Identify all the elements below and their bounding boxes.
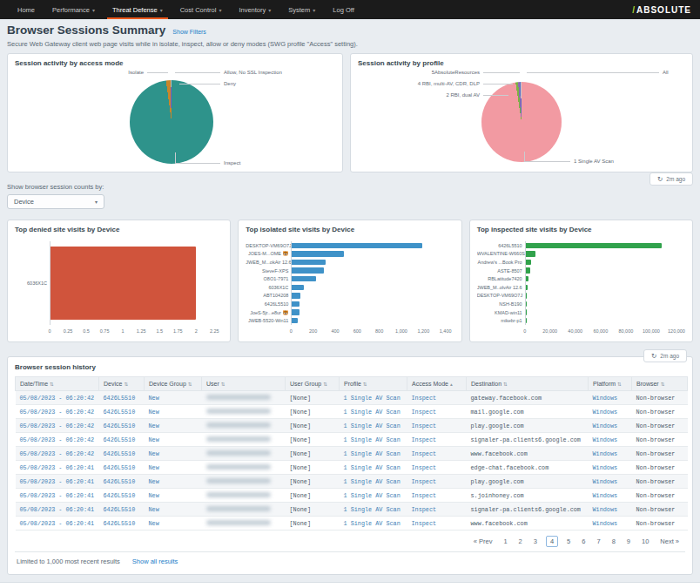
pagination-page-4[interactable]: 4 <box>546 536 558 547</box>
cell-datetime: 05/08/2023 - 06:20:41 <box>16 475 99 489</box>
cell-platform: Windows <box>589 503 632 517</box>
bar-category-label: DESKTOP-VM69O7J <box>477 293 525 298</box>
cell-platform: Windows <box>589 419 632 433</box>
x-tick-label: 120,000 <box>668 328 685 334</box>
bar-category-label: JWEB-5520-Win11 <box>246 318 291 323</box>
bar-track <box>291 308 445 317</box>
bar-row: 6036X1C <box>15 241 214 325</box>
pagination-page-1[interactable]: 1 <box>501 537 509 546</box>
pagination-page-6[interactable]: 6 <box>579 537 588 546</box>
bar-row: JOES-M...OME 🐯 <box>246 250 445 259</box>
pagination-page-9[interactable]: 9 <box>624 537 633 546</box>
limit-note: Limited to 1,000 most recent results <box>17 558 120 565</box>
bar-category-label: ASTE-8507 <box>477 268 525 274</box>
cell-device: 6426L5510 <box>99 433 145 447</box>
chevron-down-icon: ▾ <box>268 7 271 13</box>
cell-user_group: [None] <box>286 447 340 461</box>
column-header-profile[interactable]: Profile⇅ <box>340 377 407 391</box>
column-header-platform[interactable]: Platform⇅ <box>589 377 632 391</box>
cell-access_mode: Inspect <box>407 419 467 433</box>
bar-category-label: Andrew's ...Book Pro <box>477 260 525 265</box>
pagination-prev[interactable]: « Prev <box>471 537 495 546</box>
sort-icon: ⇅ <box>124 382 128 387</box>
cell-user <box>202 489 286 503</box>
cell-device_group: New <box>145 517 202 531</box>
nav-item-threat-defense[interactable]: Threat Defense▾ <box>104 0 172 19</box>
nav-item-home[interactable]: Home <box>9 0 44 19</box>
refresh-status-pies[interactable]: ↻ 2m ago <box>650 172 693 186</box>
bar-row: ASTE-8507 <box>477 267 676 275</box>
column-header-browser[interactable]: Browser⇅ <box>632 377 688 391</box>
nav-item-label: Performance <box>52 6 90 14</box>
cell-destination: www.facebook.com <box>467 447 589 461</box>
user-redacted <box>206 464 271 470</box>
cell-profile: 1 Single AV Scan <box>340 447 407 461</box>
sort-icon: ⇅ <box>363 382 367 387</box>
logo-slash-icon: / <box>632 5 636 15</box>
cell-access_mode: Inspect <box>407 503 467 517</box>
cell-device_group: New <box>145 461 202 475</box>
cell-device_group: New <box>145 419 202 433</box>
cell-datetime: 05/08/2023 - 06:20:41 <box>16 489 99 503</box>
pagination-next[interactable]: Next » <box>657 537 682 546</box>
refresh-status-table[interactable]: ↻ 2m ago <box>643 349 687 362</box>
nav-item-system[interactable]: System▾ <box>279 0 324 19</box>
cell-profile: 1 Single AV Scan <box>340 503 407 517</box>
nav-item-performance[interactable]: Performance▾ <box>44 0 104 19</box>
bar <box>526 318 527 324</box>
cell-device: 6426L5510 <box>99 503 145 517</box>
bar-row: 6426L5510 <box>477 241 676 250</box>
bar <box>526 276 528 282</box>
column-header-user[interactable]: User⇅ <box>202 377 286 391</box>
chevron-down-icon: ▾ <box>313 7 315 13</box>
logo-text: ABSOLUTE <box>636 5 691 15</box>
cell-user_group: [None] <box>286 503 340 517</box>
table-row: 05/08/2023 - 06:20:426426L5510New[None]1… <box>16 391 688 405</box>
column-header-date-time[interactable]: Date/Time⇅ <box>16 377 99 391</box>
cell-user_group: [None] <box>286 489 340 503</box>
column-header-device-group[interactable]: Device Group⇅ <box>145 377 202 391</box>
nav-item-cost-control[interactable]: Cost Control▾ <box>172 0 231 19</box>
pagination-page-8[interactable]: 8 <box>609 537 618 546</box>
cell-device_group: New <box>145 489 202 503</box>
nav-item-log-off[interactable]: Log Off <box>324 0 362 19</box>
cell-device_group: New <box>145 391 202 405</box>
chart-title: Top inspected site visits by Device <box>477 226 685 233</box>
column-header-access-mode[interactable]: Access Mode▴ <box>407 377 467 391</box>
count-by-select[interactable]: Device ▾ <box>7 194 104 209</box>
column-label: Platform <box>593 381 616 387</box>
session-history-table: Date/Time⇅Device⇅Device Group⇅User⇅User … <box>15 376 688 531</box>
page-title: Browser Sessions Summary <box>7 24 165 37</box>
pagination-page-3[interactable]: 3 <box>531 537 540 546</box>
x-tick-label: 0 <box>48 328 50 334</box>
absolute-logo: / ABSOLUTE <box>632 0 691 19</box>
session-count-controls: Show browser session counts by: Device ▾ <box>7 183 693 209</box>
nav-item-label: Home <box>17 6 35 14</box>
show-filters-link[interactable]: Show Filters <box>172 29 206 35</box>
bar-row: RBLatitude7420 <box>477 274 676 283</box>
nav-item-inventory[interactable]: Inventory▾ <box>230 0 279 19</box>
column-header-user-group[interactable]: User Group⇅ <box>286 377 340 391</box>
bar-category-label: JoeS-5jr...e8ur 🐯 <box>246 310 291 315</box>
bar-track <box>291 292 445 301</box>
show-all-results-link[interactable]: Show all results <box>132 558 178 565</box>
pagination-page-7[interactable]: 7 <box>594 537 602 546</box>
bar-row: DESKTOP-VM69O7J <box>477 292 676 301</box>
x-tick-label: 1.25 <box>137 328 146 334</box>
pagination-page-2[interactable]: 2 <box>516 537 525 546</box>
bar-row: Andrew's ...Book Pro <box>477 258 676 267</box>
cell-profile: 1 Single AV Scan <box>340 405 407 419</box>
refresh-icon: ↻ <box>651 352 656 360</box>
pagination-page-5[interactable]: 5 <box>564 537 573 546</box>
nav-item-label: Log Off <box>333 6 353 14</box>
cell-access_mode: Inspect <box>407 489 467 503</box>
bar-row: mikebr-p1 <box>477 316 676 325</box>
denied-chart-card: Top denied site visits by Device 6036X1C… <box>7 220 231 342</box>
column-header-destination[interactable]: Destination⇅ <box>467 377 589 391</box>
pagination-page-10[interactable]: 10 <box>639 537 651 546</box>
cell-device: 6426L5510 <box>99 517 145 531</box>
x-tick-label: 40,000 <box>568 328 582 334</box>
column-header-device[interactable]: Device⇅ <box>99 377 145 391</box>
bar <box>526 309 527 315</box>
user-redacted <box>206 395 271 400</box>
